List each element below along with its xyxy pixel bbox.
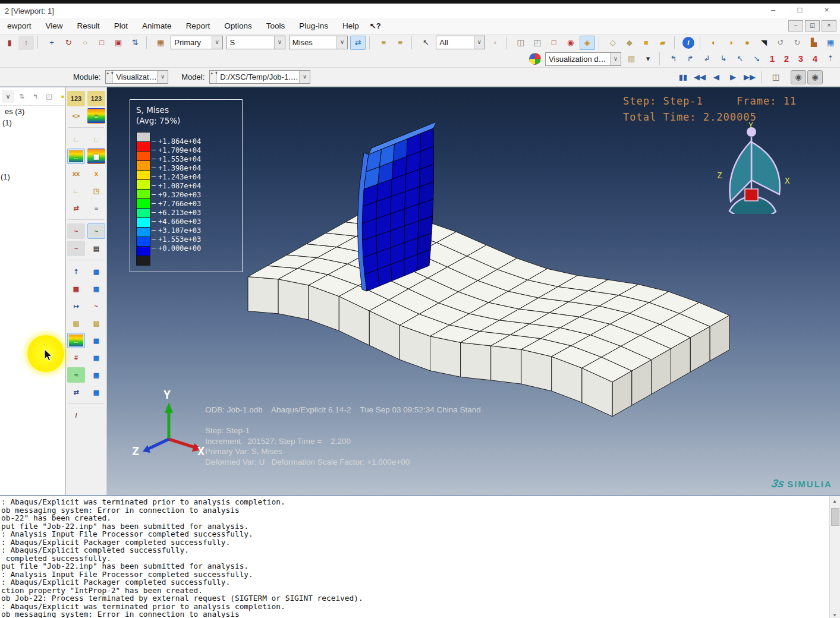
tree-bulb-icon[interactable]: ● — [56, 90, 69, 103]
contour-options-icon[interactable]: ▦ — [87, 149, 105, 164]
context-help-icon[interactable]: ↖? — [366, 21, 385, 30]
tree-item[interactable]: es (3) — [0, 106, 65, 117]
menu-ewport[interactable]: ewport — [0, 20, 39, 32]
view-cut-icon[interactable]: ∟ — [67, 333, 85, 348]
maximize-button[interactable]: □ — [786, 4, 813, 18]
menu-tools[interactable]: Tools — [259, 20, 292, 32]
allow-multiple-plot-states-icon[interactable]: ⇄ — [67, 200, 85, 216]
orient-cube-icon[interactable]: ◈ — [580, 36, 595, 50]
menu-result[interactable]: Result — [70, 20, 107, 32]
animation-ladder-icon[interactable]: ≡ — [392, 36, 408, 50]
color-mappings-select[interactable]: Visualization defaults∨ — [545, 52, 621, 66]
viewport-close-button[interactable]: × — [822, 20, 836, 31]
selection-filter-select[interactable]: All∨ — [436, 36, 485, 49]
refresh-odb-icon[interactable]: ⇄ — [350, 36, 366, 50]
options-dialog-icon[interactable]: ▦ — [823, 36, 838, 50]
viewport-restore-button[interactable]: ◱ — [805, 20, 820, 31]
filled-render-icon[interactable]: ■ — [638, 36, 654, 50]
shaded-render-icon[interactable]: ▰ — [655, 36, 671, 50]
linked-viewports-icon[interactable]: ◰ — [530, 36, 545, 50]
copy-viewport-icon[interactable]: ◫ — [513, 36, 528, 50]
menu-animate[interactable]: Animate — [135, 20, 179, 32]
view-1-button[interactable]: 1 — [766, 52, 778, 65]
menu-plug-ins[interactable]: Plug-ins — [292, 20, 335, 32]
view-orientation-1-icon[interactable]: ↰ — [666, 52, 681, 66]
message-log[interactable]: : Abaqus/Explicit was terminated prior t… — [1, 498, 829, 618]
fit-view-icon[interactable]: ▣ — [111, 36, 126, 50]
symbol-options-icon[interactable]: x — [87, 166, 105, 181]
material-orientation-options-icon[interactable]: ◳ — [87, 183, 105, 198]
contour-layers-icon[interactable]: ≡ — [87, 108, 105, 124]
view-4-button[interactable]: 4 — [809, 52, 821, 65]
query-info-icon[interactable]: i — [682, 37, 694, 49]
free-body-options-icon[interactable]: ▦ — [87, 350, 105, 365]
menu-help[interactable]: Help — [335, 20, 366, 32]
scroll-up-icon[interactable]: ▲ — [830, 497, 839, 506]
redo-icon[interactable]: ↻ — [789, 36, 805, 50]
plot-undeformed-labels-icon[interactable]: 123 — [67, 91, 85, 106]
tree-collapse-icon[interactable]: ∨ — [2, 90, 14, 103]
view-orientation-4-icon[interactable]: ↳ — [716, 52, 731, 66]
select-cursor-icon[interactable]: ↖ — [418, 36, 433, 50]
plot-material-orientations-icon[interactable]: ∟ — [67, 183, 85, 198]
plot-symbols-icon[interactable]: xx — [67, 166, 85, 181]
view-3-button[interactable]: 3 — [795, 52, 807, 65]
message-area[interactable]: : Abaqus/Explicit was terminated prior t… — [0, 495, 840, 618]
cut-quarter-icon[interactable]: ◑ — [723, 36, 738, 50]
view-orientation-5-icon[interactable]: ↖ — [732, 52, 748, 66]
record-animation-icon[interactable]: ◉ — [791, 70, 806, 84]
view-orientation-3-icon[interactable]: ↲ — [699, 52, 715, 66]
plot-axes-icon[interactable]: ⇡ — [67, 264, 85, 279]
scroll-down-icon[interactable]: ▼ — [830, 611, 839, 618]
animate-harmonic-icon[interactable]: ~ — [67, 241, 85, 256]
tree-expand-collapse-icon[interactable]: ⇅ — [15, 90, 28, 103]
next-frame-button[interactable]: ▶ — [725, 70, 741, 84]
custom-views-icon[interactable]: ⇡ — [823, 52, 838, 66]
message-scrollbar[interactable]: ▲ ▼ — [829, 496, 840, 618]
hidden-line-render-icon[interactable]: ◆ — [622, 36, 637, 50]
color-palette-icon[interactable] — [529, 53, 541, 65]
ply-stack-plot-icon[interactable]: ▨ — [67, 316, 85, 331]
plot-contours-icon[interactable]: ∟ — [67, 149, 85, 164]
module-select[interactable]: ▲ ▼Visualization∨ — [105, 70, 168, 84]
tree-link-icon[interactable]: ◰ — [43, 90, 55, 103]
xy-options-icon[interactable]: ▦ — [87, 281, 105, 297]
view-orientation-2-icon[interactable]: ↱ — [682, 52, 698, 66]
frame-selector-icon[interactable]: ≡ — [376, 36, 391, 50]
odb-display-options-icon[interactable]: ▦ — [87, 264, 105, 279]
field-variable-select[interactable]: S∨ — [226, 36, 285, 49]
animate-scale-factor-icon[interactable]: ~ — [67, 223, 85, 239]
menu-options[interactable]: Options — [217, 20, 259, 32]
plot-state-undeformed-icon[interactable]: ▮ — [2, 36, 17, 50]
field-output-dialog-icon[interactable]: ▦ — [153, 36, 168, 50]
view-compass[interactable]: Y X Z — [712, 122, 795, 214]
pause-button[interactable]: ▮▮ — [675, 70, 691, 84]
previous-frame-button[interactable]: ◀ — [709, 70, 724, 84]
animate-time-history-icon[interactable]: ~ — [87, 223, 105, 239]
menu-report[interactable]: Report — [179, 20, 218, 32]
snapshot-icon[interactable]: ◉ — [807, 70, 823, 84]
menu-plot[interactable]: Plot — [107, 20, 135, 32]
activate-view-cut-icon[interactable]: ◥ — [756, 36, 772, 50]
last-frame-button[interactable]: ▶▶ — [742, 70, 757, 84]
view-orientation-6-icon[interactable]: ↘ — [749, 52, 765, 66]
selection-toggle-icon[interactable]: ▫ — [487, 36, 503, 50]
tree-item[interactable]: (1) — [0, 117, 65, 128]
magnify-view-icon[interactable]: ○ — [77, 36, 93, 50]
plot-undeformed-icon[interactable]: ∟ — [67, 131, 85, 147]
box-select-icon[interactable]: □ — [546, 36, 562, 50]
path-manager-icon[interactable]: ↦ — [67, 298, 85, 314]
stream-plot-icon[interactable]: ≈ — [67, 367, 85, 383]
box-zoom-icon[interactable]: □ — [94, 36, 109, 50]
view-2-button[interactable]: 2 — [781, 52, 792, 65]
wireframe-render-icon[interactable]: ◇ — [605, 36, 621, 50]
primary-variable-select[interactable]: Primary∨ — [171, 36, 222, 49]
ply-stack-options-icon[interactable]: ▨ — [87, 316, 105, 331]
first-frame-button[interactable]: ◀◀ — [692, 70, 707, 84]
menu-view[interactable]: View — [39, 20, 70, 32]
create-display-group-icon[interactable]: ⇄ — [67, 384, 85, 400]
display-group-options-icon[interactable]: ▦ — [87, 384, 105, 400]
free-body-cut-icon[interactable]: # — [67, 350, 85, 365]
minimize-button[interactable]: – — [760, 4, 786, 18]
close-button[interactable]: × — [813, 4, 840, 18]
